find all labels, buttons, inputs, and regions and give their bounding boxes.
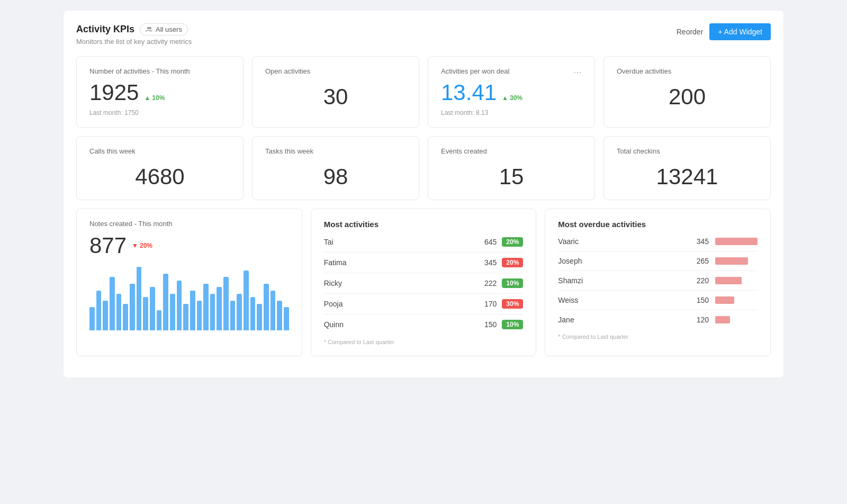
chart-bar	[183, 304, 188, 331]
chart-bar	[257, 304, 262, 331]
card-value: 15	[441, 160, 582, 189]
card-num-activities: Number of activities - This month 1925 ▲…	[76, 56, 244, 128]
header-right: Reorder + Add Widget	[677, 23, 771, 40]
menu-dots-icon[interactable]: ⋯	[573, 67, 582, 77]
chart-bar	[210, 294, 215, 330]
card-value: 13241	[617, 160, 758, 189]
chart-bar	[137, 267, 142, 330]
card-title: Events created	[441, 147, 582, 155]
overdue-count: 120	[697, 316, 709, 324]
overdue-bar	[715, 238, 758, 245]
card-most-activities: Most activities Tai 645 20% Fatima 345 2…	[311, 209, 537, 356]
chart-bar	[271, 291, 276, 331]
badge-up: ▲ 10%	[144, 94, 165, 102]
chart-bar	[277, 301, 282, 331]
page-title: Activity KPIs	[76, 24, 134, 35]
activity-badge: 20%	[502, 237, 523, 247]
notes-value: 877	[89, 233, 127, 258]
card-title: Overdue activities	[617, 67, 758, 75]
kpi-row-2: Calls this week 4680 Tasks this week 98 …	[76, 136, 771, 200]
users-badge[interactable]: All users	[140, 23, 188, 35]
svg-point-0	[147, 27, 149, 29]
list-item: Shamzi 220	[558, 271, 758, 291]
card-title: Most overdue activities	[558, 220, 758, 229]
card-value: 98	[265, 160, 406, 189]
activity-name: Tai	[324, 238, 484, 246]
chart-bar	[244, 271, 249, 331]
card-title: Notes created - This month	[89, 220, 289, 228]
users-icon	[146, 26, 153, 33]
activity-count: 170	[484, 300, 497, 308]
kpi-row-1: Number of activities - This month 1925 ▲…	[76, 56, 771, 128]
chart-bar	[223, 277, 229, 330]
card-value: 4680	[89, 160, 230, 189]
reorder-button[interactable]: Reorder	[677, 28, 704, 36]
list-item: Joseph 265	[558, 251, 758, 271]
chart-bar	[123, 304, 128, 331]
chart-bar	[237, 294, 242, 330]
chart-bar	[284, 307, 289, 330]
bottom-row: Notes created - This month 877 ▼ 20% Mos…	[76, 209, 771, 356]
arrow-up-icon: ▲	[144, 94, 150, 102]
card-title: Number of activities - This month	[89, 67, 230, 75]
list-item: Quinn 150 10%	[324, 314, 524, 335]
chart-bar	[110, 277, 115, 330]
add-widget-button[interactable]: + Add Widget	[709, 23, 771, 40]
overdue-count: 265	[697, 257, 709, 265]
chart-bar	[150, 287, 155, 330]
chart-bar	[103, 301, 108, 331]
chart-bar	[230, 301, 236, 331]
activity-badge: 20%	[502, 258, 523, 267]
arrow-down-icon: ▼	[132, 242, 138, 249]
list-item: Jane 120	[558, 310, 758, 329]
activity-name: Fatima	[324, 258, 484, 267]
list-item: Pooja 170 30%	[324, 294, 524, 314]
chart-bar	[197, 301, 202, 331]
chart-bar	[250, 297, 256, 330]
card-events-created: Events created 15	[428, 136, 595, 200]
chart-bar	[96, 291, 102, 331]
page-wrapper: Activity KPIs All users Monitors the lis…	[64, 11, 783, 377]
overdue-count: 220	[697, 276, 709, 285]
card-value: 200	[617, 80, 758, 109]
overdue-count: 345	[697, 237, 709, 246]
card-title: Total checkins	[617, 147, 758, 155]
header-title-row: Activity KPIs All users	[76, 23, 192, 35]
chart-bar	[143, 297, 148, 330]
overdue-bar-wrap	[715, 277, 758, 284]
list-item: Weiss 150	[558, 291, 758, 310]
card-header-row: Activities per won deal ⋯	[441, 67, 582, 80]
chart-bar	[190, 291, 195, 331]
overdue-name: Joseph	[558, 257, 696, 265]
card-total-checkins: Total checkins 13241	[603, 136, 771, 200]
chart-bar	[203, 284, 209, 330]
list-item: Ricky 222 10%	[324, 273, 524, 294]
most-overdue-list: Vaaric 345 Joseph 265 Shamzi 220 Weiss 1…	[558, 232, 758, 329]
page-header: Activity KPIs All users Monitors the lis…	[76, 23, 771, 46]
arrow-up-icon: ▲	[502, 94, 508, 102]
chart-bar	[157, 310, 162, 330]
badge-up: ▲ 30%	[502, 94, 522, 102]
chart-bar	[130, 284, 135, 330]
svg-point-1	[149, 27, 151, 29]
activity-name: Pooja	[324, 300, 484, 308]
overdue-bar-wrap	[715, 257, 758, 265]
badge-down: ▼ 20%	[132, 242, 152, 249]
activity-count: 345	[484, 258, 497, 267]
activity-badge: 10%	[502, 320, 523, 329]
chart-bar	[116, 294, 122, 330]
card-title: Activities per won deal	[441, 67, 509, 75]
notes-value-row: 877 ▼ 20%	[89, 233, 289, 258]
card-title: Most activities	[324, 220, 524, 229]
overdue-name: Vaaric	[558, 237, 696, 246]
overdue-bar	[715, 277, 742, 284]
card-most-overdue: Most overdue activities Vaaric 345 Josep…	[545, 209, 771, 356]
card-notes-created: Notes created - This month 877 ▼ 20%	[76, 209, 302, 356]
activity-count: 645	[484, 238, 497, 246]
card-title: Tasks this week	[265, 147, 406, 155]
chart-bar	[217, 287, 222, 330]
card-value: 1925	[89, 80, 139, 105]
card-title: Calls this week	[89, 147, 230, 155]
overdue-bar	[715, 257, 748, 265]
header-left: Activity KPIs All users Monitors the lis…	[76, 23, 192, 46]
